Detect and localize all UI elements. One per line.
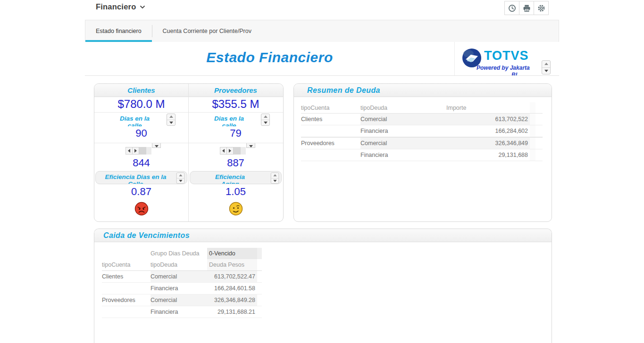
eficiencia-band: Eficiencia Dias en la Calle bbox=[95, 171, 187, 184]
label-line: Aging bbox=[193, 180, 267, 184]
spinner-down-button[interactable] bbox=[271, 178, 279, 184]
angry-face-icon bbox=[134, 201, 149, 216]
cell-tipocuenta: Proveedores bbox=[102, 297, 151, 303]
cell-importe: 613,702,522 bbox=[446, 114, 530, 125]
kpi-dias-label: Dias en la calle bbox=[196, 115, 262, 126]
scrollbar-thumb[interactable] bbox=[139, 147, 146, 155]
tab-estado-financiero[interactable]: Estado financiero bbox=[85, 20, 152, 42]
column-header: tipoCuenta bbox=[102, 261, 151, 268]
clock-icon bbox=[508, 4, 516, 12]
cell-deuda-pesos: 326,346,849.28 bbox=[207, 294, 257, 306]
print-button[interactable] bbox=[519, 1, 534, 15]
tab-cuenta-corriente[interactable]: Cuenta Corriente por Cliente/Prov bbox=[152, 20, 262, 42]
chevron-down-icon bbox=[140, 5, 145, 9]
table-row: Financiera 166,284,601.58 bbox=[102, 283, 262, 294]
spinner-up-button[interactable] bbox=[261, 114, 269, 120]
triangle-up-icon bbox=[179, 174, 182, 177]
table-row: Clientes Comercial 613,702,522.47 bbox=[102, 271, 262, 283]
scrollbar-track[interactable] bbox=[234, 147, 246, 155]
kpi-column-title: Clientes bbox=[94, 84, 188, 97]
kpi-amount: $355.5 M bbox=[189, 98, 283, 111]
settings-button[interactable] bbox=[534, 1, 549, 15]
cell-tipodeuda: Financiera bbox=[151, 309, 207, 315]
panel-header: Resumen de Deuda bbox=[294, 84, 552, 97]
eficiencia-label: Eficiencia Dias en la Calle bbox=[99, 173, 173, 184]
scroll-left-button[interactable] bbox=[125, 147, 133, 155]
spinner-up-button[interactable] bbox=[167, 114, 175, 120]
table-row: Financiera 29,131,688 bbox=[301, 149, 543, 161]
table-row: Financiera 166,284,602 bbox=[301, 125, 543, 137]
table-row: Proveedores Comercial 326,346,849 bbox=[301, 137, 543, 149]
triangle-up-icon bbox=[273, 174, 276, 177]
mini-horizontal-scrollbar bbox=[220, 147, 246, 155]
label-line: Eficiencia bbox=[193, 173, 267, 180]
triangle-up-icon bbox=[264, 115, 268, 118]
gear-icon bbox=[537, 4, 545, 12]
cell-deuda-pesos: 29,131,688.21 bbox=[207, 309, 257, 315]
scrollbar-track[interactable] bbox=[139, 147, 151, 155]
kpi-dias-label: Dias en la calle bbox=[102, 115, 167, 126]
triangle-down-icon bbox=[179, 180, 182, 182]
cell-deuda-pesos: 613,702,522.47 bbox=[207, 271, 257, 282]
clipped-spinner bbox=[246, 143, 255, 148]
scroll-right-button[interactable] bbox=[132, 147, 139, 155]
spinner-down-button[interactable] bbox=[177, 178, 184, 184]
triangle-left-icon bbox=[128, 149, 130, 153]
clipped-spinner bbox=[152, 143, 161, 148]
spinner-up-button[interactable] bbox=[177, 173, 184, 178]
table-row: Clientes Comercial 613,702,522 bbox=[301, 114, 543, 125]
label-line: calle bbox=[196, 122, 262, 126]
page-title: Estado Financiero bbox=[85, 49, 454, 65]
triangle-down-icon bbox=[169, 122, 173, 124]
table-row: Proveedores Comercial 326,346,849.28 bbox=[102, 294, 262, 306]
cell-importe: 29,131,688 bbox=[446, 152, 530, 158]
cell-importe: 326,346,849 bbox=[446, 138, 530, 149]
eficiencia-label: Eficiencia Aging bbox=[193, 173, 267, 184]
powered-by-text: Powered by Jakarta bbox=[477, 65, 530, 71]
resumen-deuda-panel: Resumen de Deuda tipoCuenta tipoDeuda Im… bbox=[293, 83, 552, 222]
cell-tipocuenta: Clientes bbox=[102, 273, 151, 280]
triangle-down-icon bbox=[155, 145, 159, 147]
triangle-down-icon bbox=[264, 122, 268, 124]
panel-title: Caida de Vencimientos bbox=[103, 229, 190, 242]
kpi-mid-value: 844 bbox=[94, 157, 188, 169]
spinner-up-button[interactable] bbox=[542, 61, 550, 67]
spinner-down-button[interactable] bbox=[167, 120, 175, 126]
scrollbar-thumb[interactable] bbox=[234, 147, 241, 155]
divider-line bbox=[94, 143, 283, 143]
triangle-up-icon bbox=[169, 115, 173, 118]
spinner-down-button[interactable] bbox=[542, 67, 550, 74]
column-header: tipoCuenta bbox=[301, 105, 360, 111]
powered-by-text-line2: BI bbox=[511, 72, 517, 76]
eficiencia-spinner bbox=[271, 172, 279, 184]
cell-tipodeuda: Comercial bbox=[151, 294, 207, 306]
label-line: Calle bbox=[99, 180, 173, 184]
kpi-eficiencia-value: 1.05 bbox=[189, 186, 283, 198]
caida-table: Grupo Dias Deuda 0-Vencido tipoCuenta ti… bbox=[102, 248, 262, 318]
kpi-column-proveedores: Proveedores $355.5 M Dias en la calle 79… bbox=[189, 84, 283, 221]
schedule-button[interactable] bbox=[504, 1, 519, 15]
triangle-up-icon bbox=[544, 63, 548, 65]
cell-tipodeuda: Financiera bbox=[360, 128, 446, 134]
spinner-down-button[interactable] bbox=[261, 120, 269, 126]
table-group-header-row: Grupo Dias Deuda 0-Vencido bbox=[102, 248, 262, 259]
cell-tipodeuda: Comercial bbox=[151, 271, 207, 282]
dias-spinner bbox=[261, 114, 270, 126]
mini-horizontal-scrollbar bbox=[125, 147, 151, 155]
scroll-gutter bbox=[530, 102, 535, 113]
spinner-up-button[interactable] bbox=[271, 173, 279, 178]
cell-tipodeuda: Comercial bbox=[360, 114, 446, 125]
resumen-table: tipoCuenta tipoDeuda Importe Clientes Co… bbox=[301, 102, 543, 161]
kpi-panel: Clientes $780.0 M Dias en la calle 90 84… bbox=[94, 83, 284, 222]
kpi-mid-value: 887 bbox=[189, 157, 283, 169]
table-header-row: tipoCuenta tipoDeuda Deuda Pesos bbox=[102, 259, 262, 271]
scroll-right-button[interactable] bbox=[226, 147, 234, 155]
panel-title: Resumen de Deuda bbox=[307, 84, 380, 97]
tab-bar: Estado financiero Cuenta Corriente por C… bbox=[85, 20, 559, 42]
kpi-dias-value: 79 bbox=[189, 127, 283, 139]
scroll-gutter bbox=[530, 125, 535, 137]
divider-line bbox=[94, 112, 283, 113]
kpi-eficiencia-value: 0.87 bbox=[94, 186, 188, 198]
scroll-left-button[interactable] bbox=[220, 147, 227, 155]
report-switcher[interactable]: Financiero bbox=[96, 2, 145, 11]
